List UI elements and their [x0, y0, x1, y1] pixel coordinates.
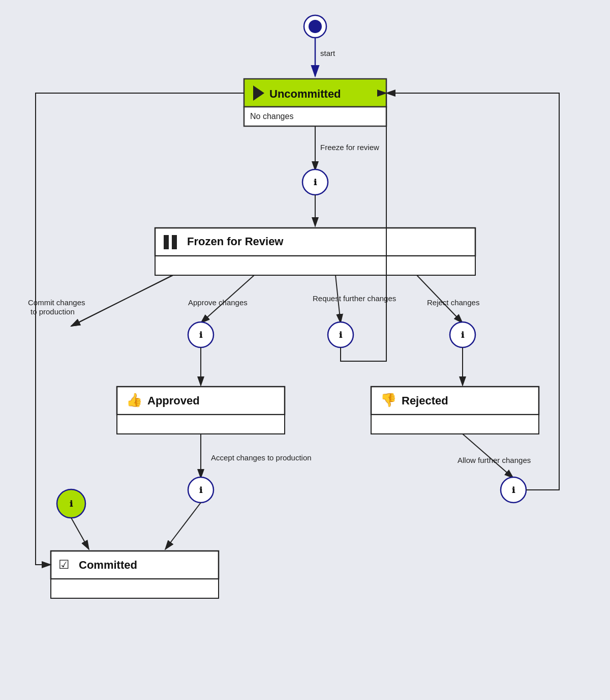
accept-label: Accept changes to production — [211, 453, 312, 462]
committed-body — [51, 579, 219, 598]
committed-check-icon: ☑ — [58, 558, 70, 571]
request-info-icon: ℹ — [339, 331, 343, 339]
approved-thumbup-icon: 👍 — [126, 392, 143, 408]
state-diagram: start Uncommitted No changes Freeze for … — [0, 0, 610, 700]
approve-info-icon: ℹ — [199, 331, 203, 339]
committed-label: Committed — [79, 559, 137, 571]
frozen-pause-icon-right — [172, 235, 177, 249]
rejected-label: Rejected — [402, 394, 448, 407]
reject-label: Reject changes — [427, 298, 479, 307]
rejected-body — [371, 415, 539, 434]
approved-body — [117, 415, 285, 434]
freeze-info-icon: ℹ — [314, 178, 317, 187]
frozen-pause-icon-left — [164, 235, 169, 249]
request-label: Request further changes — [313, 294, 396, 303]
approved-label: Approved — [147, 394, 200, 407]
freeze-label: Freeze for review — [320, 143, 379, 152]
allow-info-icon: ℹ — [512, 486, 515, 494]
uncommitted-label: Uncommitted — [269, 88, 341, 100]
commit-direct-label2: to production — [30, 307, 75, 316]
approve-label: Approve changes — [188, 298, 248, 307]
commit-direct-info-icon: ℹ — [70, 500, 73, 508]
reject-info-icon: ℹ — [461, 331, 465, 339]
frozen-body — [155, 256, 475, 275]
allow-label: Allow further changes — [458, 456, 531, 464]
commit-direct-label: Commit changes — [28, 298, 85, 307]
rejected-thumbdown-icon: 👎 — [380, 392, 397, 408]
frozen-label: Frozen for Review — [187, 235, 284, 248]
accept-info-icon: ℹ — [199, 486, 203, 494]
uncommitted-sublabel: No changes — [250, 112, 293, 121]
start-label: start — [320, 49, 336, 57]
start-circle-inner — [309, 20, 322, 33]
